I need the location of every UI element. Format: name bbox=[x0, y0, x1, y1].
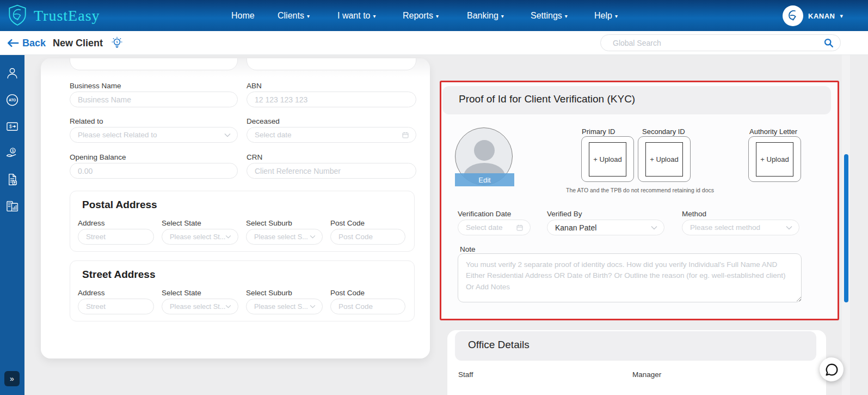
postal-suburb-label: Select Suburb bbox=[246, 219, 292, 227]
chevron-down-icon bbox=[786, 226, 792, 230]
chevron-down-icon bbox=[225, 235, 231, 239]
hand-dollar-icon: $ bbox=[5, 146, 19, 160]
calendar-icon bbox=[516, 224, 524, 232]
verification-date-label: Verification Date bbox=[458, 210, 511, 218]
postal-state-select[interactable]: Please select St... bbox=[162, 229, 238, 245]
shield-bird-logo-icon bbox=[5, 4, 29, 28]
photo-edit-button[interactable]: Edit bbox=[455, 173, 514, 186]
street-address-section: Street Address Address Select State Plea… bbox=[70, 260, 415, 321]
secondary-id-upload-button[interactable]: + Upload bbox=[638, 136, 691, 182]
nav-reports[interactable]: Reports▾ bbox=[403, 0, 439, 31]
svg-text:$: $ bbox=[116, 40, 118, 44]
verification-date-input[interactable]: Select date bbox=[458, 220, 531, 235]
chat-widget-button[interactable] bbox=[820, 357, 844, 381]
business-name-label: Business Name bbox=[70, 82, 121, 90]
opening-balance-label: Opening Balance bbox=[70, 153, 126, 161]
svg-text:$: $ bbox=[12, 149, 14, 153]
chevron-down-icon bbox=[651, 226, 657, 230]
abn-label: ABN bbox=[247, 82, 262, 90]
chevron-down-icon bbox=[225, 305, 231, 308]
sidebar-item-online-payments[interactable]: $ bbox=[0, 114, 24, 139]
back-button[interactable]: Back bbox=[7, 31, 46, 55]
kyc-title: Proof of Id for Client Verification (KYC… bbox=[459, 93, 635, 105]
street-suburb-label: Select Suburb bbox=[246, 289, 292, 297]
note-label: Note bbox=[460, 245, 476, 253]
postal-address-title: Postal Address bbox=[82, 199, 157, 211]
sidebar-expand-button[interactable]: » bbox=[4, 371, 20, 386]
manager-label: Manager bbox=[632, 370, 661, 379]
authority-letter-upload-button[interactable]: + Upload bbox=[748, 136, 801, 182]
svg-text:$: $ bbox=[9, 124, 12, 129]
brand-logo[interactable]: TrustEasy bbox=[5, 3, 100, 28]
postal-address-label: Address bbox=[78, 219, 105, 227]
nav-i-want-to[interactable]: I want to▾ bbox=[337, 0, 376, 31]
postal-street-input[interactable] bbox=[78, 229, 154, 245]
business-name-input[interactable] bbox=[70, 92, 238, 107]
chevron-down-icon bbox=[224, 133, 231, 137]
method-label: Method bbox=[682, 210, 706, 218]
verified-by-label: Verified By bbox=[547, 210, 582, 218]
related-to-label: Related to bbox=[70, 117, 103, 125]
chevron-down-icon bbox=[310, 235, 316, 239]
sidebar-item-export-documents[interactable] bbox=[0, 167, 24, 192]
postal-state-label: Select State bbox=[162, 219, 201, 227]
sidebar-item-clients[interactable] bbox=[0, 61, 24, 86]
sidebar-item-fees[interactable]: $ bbox=[0, 141, 24, 165]
calendar-icon bbox=[402, 131, 409, 139]
street-address-label: Address bbox=[78, 289, 105, 297]
nav-help[interactable]: Help▾ bbox=[594, 0, 618, 31]
method-select[interactable]: Please select method bbox=[682, 220, 799, 235]
app-window: TrustEasy Home Clients▾ I want to▾ Repor… bbox=[0, 0, 868, 395]
arrow-left-icon bbox=[7, 38, 19, 48]
sidebar-item-ato[interactable]: ATO bbox=[0, 88, 24, 112]
global-search-input[interactable] bbox=[613, 39, 823, 47]
sidebar-item-reports-calculator[interactable] bbox=[0, 194, 24, 218]
postal-postcode-label: Post Code bbox=[330, 219, 365, 227]
person-icon bbox=[5, 66, 19, 80]
user-menu[interactable]: KANAN ▾ bbox=[783, 5, 843, 27]
scrollbar-thumb[interactable] bbox=[844, 154, 848, 302]
postal-postcode-input[interactable] bbox=[330, 229, 405, 245]
opening-balance-input[interactable] bbox=[70, 163, 238, 179]
brand-name: TrustEasy bbox=[34, 7, 100, 25]
note-textarea[interactable] bbox=[458, 253, 802, 302]
verified-by-select[interactable]: Kanan Patel bbox=[547, 220, 664, 235]
nav-clients[interactable]: Clients▾ bbox=[278, 0, 310, 31]
street-state-label: Select State bbox=[162, 289, 201, 297]
crn-input[interactable] bbox=[247, 163, 416, 179]
chevron-down-icon: ▾ bbox=[615, 13, 618, 19]
chevron-down-icon: ▾ bbox=[436, 13, 439, 19]
chevron-down-icon: ▾ bbox=[840, 13, 843, 20]
postal-suburb-select[interactable]: Please select S... bbox=[246, 229, 323, 245]
svg-text:ATO: ATO bbox=[9, 98, 16, 102]
cutoff-input-left[interactable] bbox=[70, 58, 238, 70]
street-state-select[interactable]: Please select St... bbox=[162, 299, 238, 314]
related-to-select[interactable]: Please select Related to bbox=[70, 127, 238, 143]
staff-label: Staff bbox=[458, 370, 473, 379]
nav-home[interactable]: Home bbox=[231, 0, 255, 31]
chevron-down-icon: ▾ bbox=[307, 13, 310, 19]
nav-banking[interactable]: Banking▾ bbox=[467, 0, 504, 31]
document-download-icon bbox=[5, 173, 19, 186]
street-suburb-select[interactable]: Please select S... bbox=[246, 299, 323, 314]
nav-settings[interactable]: Settings▾ bbox=[531, 0, 568, 31]
search-icon[interactable] bbox=[823, 38, 834, 48]
abn-input[interactable] bbox=[247, 92, 416, 107]
deceased-date-input[interactable]: Select date bbox=[247, 127, 416, 143]
chevron-down-icon bbox=[310, 305, 316, 308]
hint-bulb-icon[interactable]: $ bbox=[110, 36, 124, 50]
authority-letter-label: Authority Letter bbox=[749, 127, 797, 136]
avatar-silhouette-head bbox=[474, 140, 495, 161]
cutoff-input-right[interactable] bbox=[247, 58, 416, 70]
calculator-report-icon bbox=[5, 199, 19, 213]
secondary-id-label: Secondary ID bbox=[642, 127, 685, 136]
postal-address-section: Postal Address Address Select State Plea… bbox=[70, 191, 415, 252]
office-details-title: Office Details bbox=[468, 339, 530, 351]
user-avatar bbox=[783, 5, 803, 26]
primary-id-upload-button[interactable]: + Upload bbox=[581, 136, 634, 182]
street-street-input[interactable] bbox=[78, 299, 154, 314]
street-postcode-input[interactable] bbox=[330, 299, 405, 314]
ato-icon: ATO bbox=[5, 93, 19, 107]
street-postcode-label: Post Code bbox=[330, 289, 365, 297]
crn-label: CRN bbox=[247, 153, 262, 161]
